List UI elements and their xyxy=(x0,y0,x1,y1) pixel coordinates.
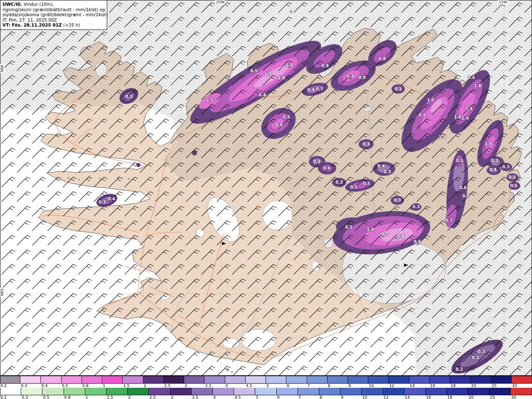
snow-colorbar-tick-label: 30 xyxy=(512,384,532,388)
snow-colorbar-swatch xyxy=(450,376,470,384)
rain-colorbar-tick-label: 0.8 xyxy=(64,395,85,399)
wind-barbs-overlay xyxy=(0,0,532,376)
rain-colorbar-cell: 14 xyxy=(404,388,426,399)
rain-colorbar-swatch xyxy=(298,388,319,395)
rain-colorbar-tick-label: 3 xyxy=(170,395,192,399)
snow-colorbar-swatch xyxy=(328,376,348,384)
snow-colorbar-cell: 25 xyxy=(491,376,512,388)
snow-colorbar-cell: 9 xyxy=(348,376,368,388)
snow-colorbar-cell: 18 xyxy=(450,376,470,388)
rain-colorbar-cell: 7 xyxy=(298,388,319,399)
rain-colorbar-swatch xyxy=(42,388,64,395)
snow-colorbar-tick-label: 0.3 xyxy=(20,384,41,388)
rain-colorbar-tick-label: 20 xyxy=(468,395,489,399)
snow-colorbar-swatch xyxy=(184,376,204,384)
snow-colorbar-tick-label: 18 xyxy=(450,384,470,388)
snow-colorbar-cell: 0.8 xyxy=(82,376,102,388)
colorbar-area: 0.20.30.40.50.811.522.533.544.5567891012… xyxy=(0,376,532,399)
snow-colorbar-swatch xyxy=(82,376,102,384)
snow-colorbar-cell: 3 xyxy=(184,376,204,388)
snow-colorbar-cell: 4 xyxy=(225,376,246,388)
rain-colorbar-cell: 3 xyxy=(170,388,192,399)
snow-colorbar-tick-label: 0.4 xyxy=(41,384,61,388)
snow-colorbar-tick-label: 2 xyxy=(143,384,164,388)
snow-colorbar-tick-label: 12 xyxy=(389,384,409,388)
snow-colorbar-tick-label: 3.5 xyxy=(204,384,225,388)
title-box: UWC/IG: Vindur (10m), rigning/skúrir (gr… xyxy=(0,0,107,30)
rain-colorbar-cell: 0.8 xyxy=(64,388,85,399)
title-line2: rigning/skúrir (grænt/blátt/rautt - mm/1… xyxy=(2,7,105,12)
valid-time-line: VT: Fös. 28.11.2025 01Z (+25 h) xyxy=(2,22,105,28)
snow-colorbar-tick-label: 14 xyxy=(409,384,430,388)
rain-colorbar-swatch xyxy=(128,388,149,395)
rain-colorbar-swatch xyxy=(468,388,489,395)
rain-colorbar-cell: 0.1 xyxy=(0,388,21,399)
snow-colorbar-tick-label: 1 xyxy=(102,384,123,388)
rain-colorbar-cell: 2.5 xyxy=(149,388,170,399)
snow-colorbar-swatch xyxy=(470,376,491,384)
rain-colorbar-tick-label: 4 xyxy=(213,395,234,399)
snow-colorbar-tick-label: 1.5 xyxy=(123,384,143,388)
init-time: IT: Fim. 27. 11. 2025 00Z xyxy=(2,17,105,23)
snow-colorbar-swatch xyxy=(164,376,184,384)
rain-colorbar-cell: 10 xyxy=(362,388,383,399)
rain-colorbar-swatch xyxy=(255,388,276,395)
rain-colorbar-cell: 0.5 xyxy=(42,388,64,399)
snow-colorbar-swatch xyxy=(389,376,409,384)
snow-colorbar-swatch xyxy=(123,376,143,384)
rain-colorbar-tick-label: 1.5 xyxy=(106,395,128,399)
rain-colorbar-cell: 8 xyxy=(319,388,340,399)
iceland-weather-map xyxy=(0,0,532,376)
snow-colorbar-cell: 0.3 xyxy=(20,376,41,388)
rain-colorbar-cell: 16 xyxy=(426,388,447,399)
snow-colorbar-cell: 0.4 xyxy=(41,376,61,388)
rain-colorbar-tick-label: 7 xyxy=(298,395,319,399)
rain-colorbar-tick-label: 10 xyxy=(362,395,383,399)
rain-colorbar-swatch xyxy=(192,388,213,395)
snow-colorbar-tick-label: 4 xyxy=(225,384,246,388)
rain-colorbar-swatch xyxy=(149,388,170,395)
snow-colorbar-tick-label: 9 xyxy=(348,384,368,388)
snow-colorbar-swatch xyxy=(0,376,20,384)
rain-colorbar-cell: 18 xyxy=(447,388,468,399)
rain-colorbar-tick-label: 3.5 xyxy=(192,395,213,399)
snow-colorbar-swatch xyxy=(512,376,532,384)
rain-colorbar-tick-label: 4.5 xyxy=(234,395,255,399)
snow-colorbar-tick-label: 4.5 xyxy=(246,384,266,388)
rain-colorbar-swatch xyxy=(447,388,468,395)
valid-time-offset: (+25 h) xyxy=(62,22,80,27)
rain-colorbar-swatch xyxy=(490,388,511,395)
rain-colorbar-cell: 20 xyxy=(468,388,489,399)
snow-colorbar-cell: 0.5 xyxy=(62,376,82,388)
rain-colorbar-cell: 0.3 xyxy=(21,388,42,399)
rain-colorbar-tick-label: 30 xyxy=(511,395,532,399)
rain-colorbar-cell: 9 xyxy=(340,388,362,399)
snow-colorbar-tick-label: 5 xyxy=(266,384,286,388)
title-line3: slydda/snjókoma (grátt/bleikt/grænt - mm… xyxy=(2,12,105,17)
snow-colorbar-cell: 4.5 xyxy=(246,376,266,388)
snow-colorbar-tick-label: 0.8 xyxy=(82,384,102,388)
snow-colorbar-cell: 2 xyxy=(143,376,164,388)
rain-colorbar-tick-label: 25 xyxy=(490,395,511,399)
snow-colorbar-tick-label: 8 xyxy=(328,384,348,388)
rain-colorbar-swatch xyxy=(319,388,340,395)
rain-colorbar-tick-label: 1 xyxy=(85,395,106,399)
rain-colorbar-cell: 2 xyxy=(128,388,149,399)
rain-colorbar-swatch xyxy=(383,388,404,395)
snow-colorbar-cell: 2.5 xyxy=(164,376,184,388)
snow-colorbar-swatch xyxy=(143,376,164,384)
snow-colorbar-swatch xyxy=(491,376,512,384)
colorbar-sleet-snow: 0.20.30.40.50.811.522.533.544.5567891012… xyxy=(0,376,532,388)
title-line1: UWC/IG: Vindur (10m), xyxy=(2,2,105,7)
snow-colorbar-cell: 12 xyxy=(389,376,409,388)
snow-colorbar-cell: 14 xyxy=(409,376,430,388)
snow-colorbar-swatch xyxy=(20,376,41,384)
snow-colorbar-swatch xyxy=(348,376,368,384)
rain-colorbar-cell: 3.5 xyxy=(192,388,213,399)
weather-chart-page: 1.50.51.31.80.40.60.90.90.90.90.30.40.70… xyxy=(0,0,532,399)
snow-colorbar-swatch xyxy=(41,376,61,384)
rain-colorbar-swatch xyxy=(64,388,85,395)
snow-colorbar-tick-label: 10 xyxy=(368,384,389,388)
snow-colorbar-cell: 16 xyxy=(430,376,450,388)
rain-colorbar-cell: 1.5 xyxy=(106,388,128,399)
